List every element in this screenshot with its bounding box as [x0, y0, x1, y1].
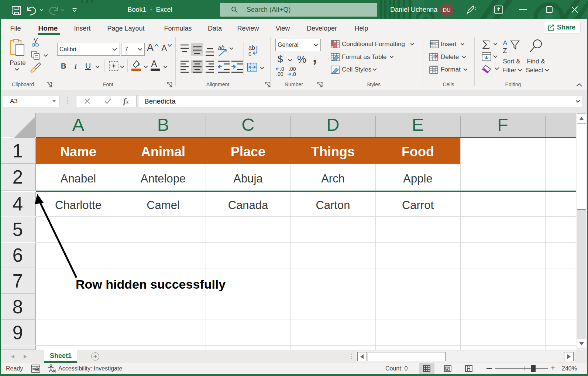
svg-text:.00: .00 [276, 71, 283, 77]
svg-text:.0: .0 [292, 71, 296, 77]
svg-text:Z: Z [503, 47, 507, 54]
svg-text:c: c [248, 51, 251, 57]
svg-text:A: A [503, 39, 508, 47]
svg-text:ab: ab [248, 45, 255, 51]
